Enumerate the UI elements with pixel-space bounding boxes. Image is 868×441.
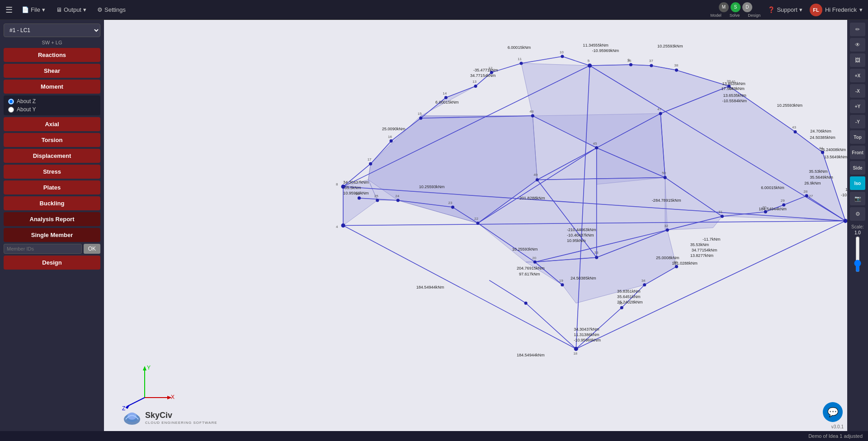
svg-text:25.0008kNm: 25.0008kNm [656,256,679,260]
scale-slider[interactable] [853,236,862,272]
version-label: v3.0.1 [831,424,844,429]
axial-button[interactable]: Axial [4,117,100,131]
load-combo-select[interactable]: #1 - LC1 [4,24,100,37]
svg-text:18: 18 [573,351,577,356]
question-icon: ❓ [768,6,775,13]
plus-x-view-button[interactable]: +X [850,69,865,82]
svg-text:25.0090kNm: 25.0090kNm [382,127,405,131]
member-id-input[interactable] [4,244,82,254]
svg-point-82 [358,197,360,199]
svg-point-88 [595,256,598,259]
solve-mode-btn[interactable]: S [731,2,741,12]
svg-point-80 [390,140,392,142]
iso-view-button[interactable]: Iso [850,176,865,190]
svg-text:34.77154kNm: 34.77154kNm [692,248,717,252]
svg-line-38 [489,280,526,303]
svg-text:45: 45 [593,142,597,146]
more-settings-button[interactable]: ⚙ [850,207,865,221]
svg-text:25.24028kNm: 25.24028kNm [617,300,643,304]
svg-line-19 [562,57,590,66]
chat-button[interactable]: 💬 [823,402,843,422]
svg-point-85 [476,222,479,224]
svg-text:14: 14 [443,91,447,95]
svg-text:6.00015kNm: 6.00015kNm [508,45,531,50]
svg-text:6.00015kNm: 6.00015kNm [435,100,458,104]
svg-point-98 [533,261,536,263]
svg-point-105 [376,199,379,202]
about-y-radio[interactable]: About Y [8,106,96,113]
svg-point-70 [520,62,523,65]
svg-text:97.617kNm: 97.617kNm [519,272,540,276]
mode-icons: M S D [719,2,752,12]
moment-radio-group: About Z About Y [4,95,100,115]
svg-text:43: 43 [792,125,796,129]
image-tool-button[interactable]: 🖼 [850,53,865,67]
coordinate-axes: Y X Z [122,361,176,413]
file-menu[interactable]: 📄 File ▾ [22,6,45,13]
shear-button[interactable]: Shear [4,64,100,78]
svg-text:32: 32 [664,224,668,228]
topbar: ☰ 📄 File ▾ 🖥 Output ▾ ⚙ Settings M S D M… [0,0,868,20]
displacement-button[interactable]: Displacement [4,149,100,163]
svg-text:35.53kNm: 35.53kNm [809,169,827,174]
svg-text:-284.78915kNm: -284.78915kNm [652,198,681,203]
svg-text:-10.95969kNm: -10.95969kNm [841,193,847,197]
svg-point-92 [721,215,723,218]
torsion-button[interactable]: Torsion [4,133,100,147]
plus-y-view-button[interactable]: +Y [850,100,865,113]
scale-label: Scale: [851,224,864,229]
svg-point-90 [659,112,662,115]
svg-text:-35.4771kNm: -35.4771kNm [473,68,498,72]
sidebar: #1 - LC1 SW + LG Reactions Shear Moment … [0,20,104,431]
settings-menu[interactable]: ⚙ Settings [97,6,126,13]
svg-text:19: 19 [559,279,563,283]
minus-y-view-button[interactable]: -Y [850,115,865,128]
plates-button[interactable]: Plates [4,180,100,194]
svg-text:-35.5kNm: -35.5kNm [343,185,361,190]
side-view-button[interactable]: Side [850,161,865,175]
settings-gear-icon: ⚙ [97,6,103,13]
output-menu[interactable]: 🖥 Output ▾ [56,6,86,13]
screenshot-button[interactable]: 📷 [850,192,865,205]
stress-button[interactable]: Stress [4,165,100,179]
svg-point-83 [396,199,399,202]
svg-text:24.50385kNm: 24.50385kNm [571,276,596,280]
edit-tool-button[interactable]: ✏ [850,23,865,36]
design-button[interactable]: Design [4,256,100,270]
svg-text:10.25593kNm: 10.25593kNm [512,247,538,251]
svg-text:184.54944kNm: 184.54944kNm [416,285,444,289]
svg-text:-10.40437kNm: -10.40437kNm [567,233,594,237]
svg-text:35.8351kNm: 35.8351kNm [617,289,640,294]
statusbar: Demo of Idea 1 adjusted [0,431,868,441]
svg-text:22: 22 [474,217,478,221]
support-button[interactable]: ❓ Support ▾ [768,6,802,13]
analysis-report-button[interactable]: Analysis Report [4,212,100,226]
single-member-button[interactable]: Single Member [4,228,100,242]
reactions-button[interactable]: Reactions [4,48,100,62]
moment-button[interactable]: Moment [4,80,100,94]
svg-point-73 [650,64,653,67]
menu-icon[interactable]: ☰ [5,5,13,15]
view-tool-button[interactable]: 👁 [850,38,865,52]
design-mode-btn[interactable]: D [742,2,752,12]
svg-text:36: 36 [627,59,631,63]
main-layout: #1 - LC1 SW + LG Reactions Shear Moment … [0,20,868,431]
minus-x-view-button[interactable]: -X [850,84,865,98]
svg-text:204.76915kNm: 204.76915kNm [517,266,545,270]
svg-text:10.95kNm: 10.95kNm [567,238,585,243]
skyciv-logo: SkyCiv CLOUD ENGINEERING SOFTWARE [122,409,217,427]
svg-text:34.30437kNm: 34.30437kNm [343,180,369,185]
top-view-button[interactable]: Top [850,130,865,144]
canvas-area[interactable]: .node-dot { fill: #2222aa; stroke: #2222… [104,20,847,431]
model-mode-btn[interactable]: M [719,2,729,12]
svg-point-101 [643,284,646,286]
member-id-ok-button[interactable]: OK [84,244,100,254]
topbar-nav: 📄 File ▾ 🖥 Output ▾ ⚙ Settings [22,6,126,13]
front-view-button[interactable]: Front [850,146,865,159]
about-z-radio[interactable]: About Z [8,98,96,104]
svg-text:26.9kNm: 26.9kNm [804,181,821,185]
svg-text:15: 15 [418,112,422,116]
user-menu[interactable]: FL Hi Frederick ▾ [810,4,863,16]
svg-point-87 [595,147,598,149]
buckling-button[interactable]: Buckling [4,196,100,210]
